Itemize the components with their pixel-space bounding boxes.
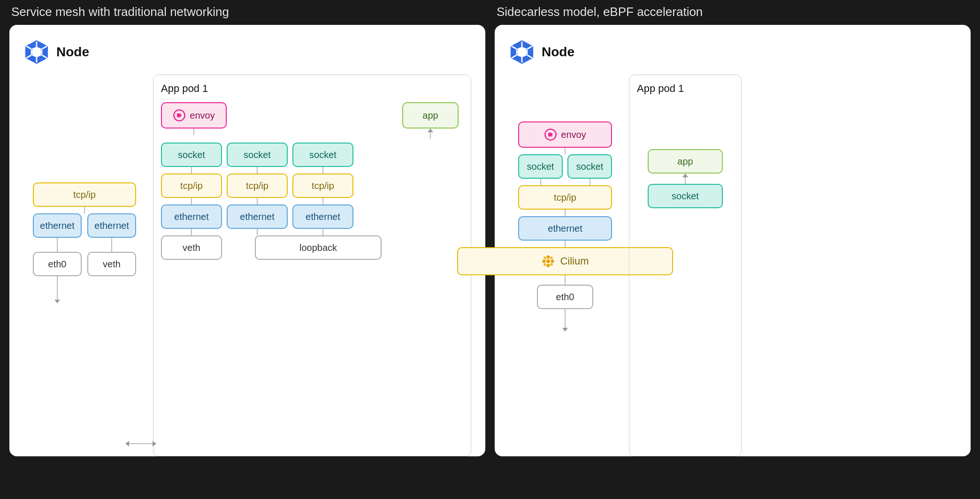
- left-node-label: Node: [56, 45, 89, 60]
- right-node-tcpip-box: tcp/ip: [518, 185, 612, 210]
- svg-point-37: [544, 257, 546, 259]
- right-node-header: Node: [509, 39, 957, 65]
- svg-point-38: [550, 257, 553, 259]
- right-pod-app-box: app: [648, 149, 723, 174]
- pod-socket3-box: socket: [292, 143, 353, 167]
- pod-tcpip3-box: tcp/ip: [292, 174, 353, 198]
- left-title: Service mesh with traditional networking: [9, 5, 485, 19]
- envoy-icon: [173, 109, 186, 122]
- cilium-icon: [541, 254, 555, 268]
- main-container: Service mesh with traditional networking: [9, 5, 971, 456]
- pod-loopback-box: loopback: [255, 235, 382, 260]
- left-node-header: Node: [23, 39, 471, 65]
- pod-ethernet2-box: ethernet: [227, 204, 288, 229]
- node-eth0-box: eth0: [33, 252, 82, 276]
- left-diagram-box: Node tcp/ip ethernet: [9, 25, 485, 456]
- eth0-arrow-down: [54, 300, 60, 303]
- kube-icon-left: [23, 39, 50, 65]
- right-node-socket2-box: socket: [567, 154, 612, 179]
- right-app-arrow-up: [682, 174, 688, 177]
- node-ethernet1-box: ethernet: [33, 213, 82, 238]
- node-veth-box: veth: [87, 252, 136, 276]
- pod-envoy-box: envoy: [161, 102, 227, 129]
- right-node-socket1-box: socket: [518, 154, 563, 179]
- pod-app-box: app: [402, 102, 459, 129]
- pod-tcpip2-box: tcp/ip: [227, 174, 288, 198]
- veth-arrow-left: [125, 441, 129, 446]
- right-app-pod-label: App pod 1: [637, 83, 734, 95]
- svg-point-33: [547, 256, 550, 259]
- right-node-envoy-box: envoy: [518, 121, 612, 148]
- pod-ethernet3-box: ethernet: [292, 204, 353, 229]
- node-tcpip-box: tcp/ip: [33, 182, 136, 207]
- veth-arrow-right: [153, 441, 156, 446]
- envoy-icon-right: [544, 128, 557, 141]
- svg-point-39: [544, 263, 546, 266]
- right-pod-socket-box: socket: [648, 184, 723, 208]
- svg-point-34: [547, 264, 550, 267]
- left-diagram-section: Service mesh with traditional networking: [9, 5, 485, 456]
- svg-point-36: [551, 260, 554, 263]
- right-diagram-section: Sidecarless model, eBPF acceleration: [495, 5, 971, 456]
- right-node-eth0-box: eth0: [537, 285, 593, 309]
- right-node-label: Node: [542, 45, 574, 60]
- kube-icon-right: [509, 39, 535, 65]
- left-app-pod-label: App pod 1: [161, 83, 463, 95]
- svg-point-32: [546, 259, 550, 263]
- pod-tcpip1-box: tcp/ip: [161, 174, 222, 198]
- pod-ethernet1-box: ethernet: [161, 204, 222, 229]
- svg-point-35: [543, 260, 546, 263]
- svg-point-40: [550, 263, 553, 266]
- pod-socket1-box: socket: [161, 143, 222, 167]
- right-diagram-box: Node envoy: [495, 25, 971, 456]
- node-ethernet2-box: ethernet: [87, 213, 136, 238]
- right-title: Sidecarless model, eBPF acceleration: [495, 5, 971, 19]
- pod-veth-box: veth: [161, 235, 222, 260]
- pod-socket2-box: socket: [227, 143, 288, 167]
- app-arrow-up: [428, 129, 433, 132]
- right-eth0-arrow: [562, 328, 568, 332]
- right-node-ethernet-box: ethernet: [518, 216, 612, 241]
